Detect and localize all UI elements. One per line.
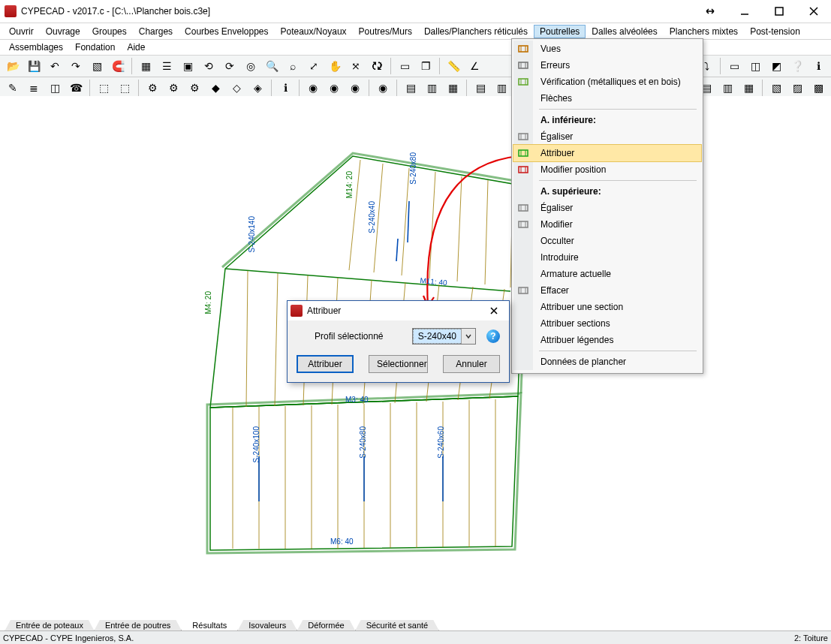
- zoom-win-button[interactable]: ⌕: [283, 56, 303, 76]
- menu-fondation[interactable]: Fondation: [69, 41, 121, 54]
- menu-poutrelles[interactable]: Poutrelles: [534, 25, 586, 38]
- menu-dalles-planchers-r-ticul-s[interactable]: Dalles/Planchers réticulés: [418, 25, 534, 38]
- cube-button[interactable]: ⬚: [94, 78, 113, 98]
- menu-post-tension[interactable]: Post-tension: [744, 25, 806, 38]
- b3-button[interactable]: ◈: [248, 78, 267, 98]
- a2-button[interactable]: ▥: [422, 78, 441, 98]
- maximize-button[interactable]: [762, 0, 796, 23]
- bolt-button[interactable]: ⚙: [143, 78, 162, 98]
- profile-select[interactable]: S-240x40: [412, 328, 476, 345]
- r3-button[interactable]: ▦: [739, 78, 758, 98]
- hatch-button[interactable]: ▧: [87, 56, 107, 76]
- r4-button[interactable]: ▧: [766, 78, 786, 98]
- about-button[interactable]: ℹ: [808, 56, 828, 76]
- menu-item-fl-ches[interactable]: Flèches: [513, 90, 701, 107]
- a1-button[interactable]: ▤: [401, 78, 420, 98]
- menu-item-v-rification-m-talliques-et-en-bois-[interactable]: Vérification (métalliques et en bois): [513, 74, 701, 90]
- menu-courbes-enveloppes[interactable]: Courbes Enveloppes: [179, 25, 274, 38]
- tab-d-form-e[interactable]: Déformée: [297, 620, 355, 631]
- cirB-button[interactable]: ◉: [324, 78, 344, 98]
- save-button[interactable]: 💾: [24, 56, 44, 76]
- menu-aide[interactable]: Aide: [121, 41, 151, 54]
- pan-button[interactable]: ✋: [325, 56, 345, 76]
- phone-button[interactable]: ☎: [66, 78, 86, 98]
- h1-button[interactable]: ▤: [471, 78, 490, 98]
- r2-button[interactable]: ▥: [718, 78, 737, 98]
- rotr-button[interactable]: ⟳: [220, 56, 239, 76]
- menu-assemblages[interactable]: Assemblages: [3, 41, 69, 54]
- tab-isovaleurs[interactable]: Isovaleurs: [237, 620, 297, 631]
- bolt2-button[interactable]: ⚙: [185, 78, 204, 98]
- redo-button[interactable]: ↷: [66, 56, 86, 76]
- target-button[interactable]: ◎: [241, 56, 260, 76]
- menu-dalles-alv-ol-es[interactable]: Dalles alvéolées: [586, 25, 663, 38]
- edit-button[interactable]: ✎: [3, 78, 23, 98]
- zoom-out-button[interactable]: ⤢: [304, 56, 324, 76]
- menu-poteaux-noyaux[interactable]: Poteaux/Noyaux: [275, 25, 353, 38]
- menu-item-donn-es-de-plancher[interactable]: Données de plancher: [513, 354, 701, 370]
- tab-r-sultats[interactable]: Résultats: [181, 620, 238, 631]
- close-button[interactable]: [796, 0, 831, 23]
- menu-groupes[interactable]: Groupes: [86, 25, 133, 38]
- menu-item-occulter[interactable]: Occulter: [513, 233, 701, 249]
- t5-button[interactable]: ◫: [745, 56, 765, 76]
- stairs-button[interactable]: ≣: [24, 78, 44, 98]
- minimize-button[interactable]: [727, 0, 762, 23]
- h2-button[interactable]: ▥: [492, 78, 511, 98]
- bh-button[interactable]: ◫: [45, 78, 65, 98]
- refresh-button[interactable]: 🗘: [367, 56, 387, 76]
- menu-item--galiser[interactable]: Égaliser: [513, 200, 701, 216]
- color-button[interactable]: ▣: [178, 56, 197, 76]
- magnet-button[interactable]: 🧲: [108, 56, 128, 76]
- selectionner-button[interactable]: Sélectionner: [369, 355, 428, 373]
- tab-entr-e-de-poteaux[interactable]: Entrée de poteaux: [5, 620, 95, 631]
- cubes-button[interactable]: ⬚: [115, 78, 134, 98]
- menu-ouvrage[interactable]: Ouvrage: [40, 25, 86, 38]
- angle-button[interactable]: ∠: [465, 56, 484, 76]
- tab-s-curit-et-sant-[interactable]: Sécurité et santé: [355, 620, 440, 631]
- menu-item-effacer[interactable]: Effacer: [513, 282, 701, 299]
- menu-planchers-mixtes[interactable]: Planchers mixtes: [664, 25, 744, 38]
- menu-ouvrir[interactable]: Ouvrir: [3, 25, 40, 38]
- b2-button[interactable]: ◇: [227, 78, 246, 98]
- ruler-button[interactable]: 📏: [444, 56, 463, 76]
- tab-entr-e-de-poutres[interactable]: Entrée de poutres: [94, 620, 182, 631]
- menu-item-attribuer[interactable]: Attribuer: [513, 145, 701, 161]
- annuler-button[interactable]: Annuler: [443, 355, 500, 373]
- menu-item-attribuer-une-section[interactable]: Attribuer une section: [513, 299, 701, 315]
- b1-button[interactable]: ◆: [206, 78, 225, 98]
- menu-item-modifier[interactable]: Modifier: [513, 216, 701, 233]
- menu-item-introduire[interactable]: Introduire: [513, 249, 701, 266]
- layers-button[interactable]: ☰: [157, 56, 176, 76]
- a3-button[interactable]: ▦: [443, 78, 462, 98]
- r6-button[interactable]: ▩: [808, 78, 828, 98]
- dialog-close-button[interactable]: [479, 301, 509, 320]
- menu-item-attribuer-l-gendes[interactable]: Attribuer légendes: [513, 332, 701, 348]
- help-icon[interactable]: ?: [486, 330, 500, 343]
- pages-button[interactable]: ❐: [416, 56, 435, 76]
- attribuer-button[interactable]: Attribuer: [297, 355, 354, 373]
- menu-charges[interactable]: Charges: [133, 25, 179, 38]
- menu-item-vues[interactable]: Vues: [513, 41, 701, 57]
- menu-item--galiser[interactable]: Égaliser: [513, 128, 701, 145]
- resize-arrows-icon[interactable]: [693, 0, 727, 23]
- t4-button[interactable]: ▭: [724, 56, 744, 76]
- cirC-button[interactable]: ◉: [345, 78, 365, 98]
- chevron-down-icon[interactable]: [461, 329, 475, 344]
- rotl-button[interactable]: ⟲: [199, 56, 218, 76]
- boltx-button[interactable]: ⚙: [164, 78, 183, 98]
- find-button[interactable]: 🔍: [262, 56, 282, 76]
- zoom-all-button[interactable]: ⤧: [346, 56, 366, 76]
- r5-button[interactable]: ▨: [787, 78, 807, 98]
- menu-item-armature-actuelle[interactable]: Armature actuelle: [513, 266, 701, 282]
- help-button[interactable]: ❔: [787, 56, 807, 76]
- cirA-button[interactable]: ◉: [303, 78, 323, 98]
- open-button[interactable]: 📂: [3, 56, 23, 76]
- page-button[interactable]: ▭: [395, 56, 414, 76]
- info-button[interactable]: ℹ: [275, 78, 295, 98]
- menu-item-attribuer-sections[interactable]: Attribuer sections: [513, 315, 701, 332]
- menu-item-erreurs[interactable]: Erreurs: [513, 57, 701, 74]
- menu-poutres-murs[interactable]: Poutres/Murs: [353, 25, 418, 38]
- t6-button[interactable]: ◩: [766, 56, 786, 76]
- undo-button[interactable]: ↶: [45, 56, 65, 76]
